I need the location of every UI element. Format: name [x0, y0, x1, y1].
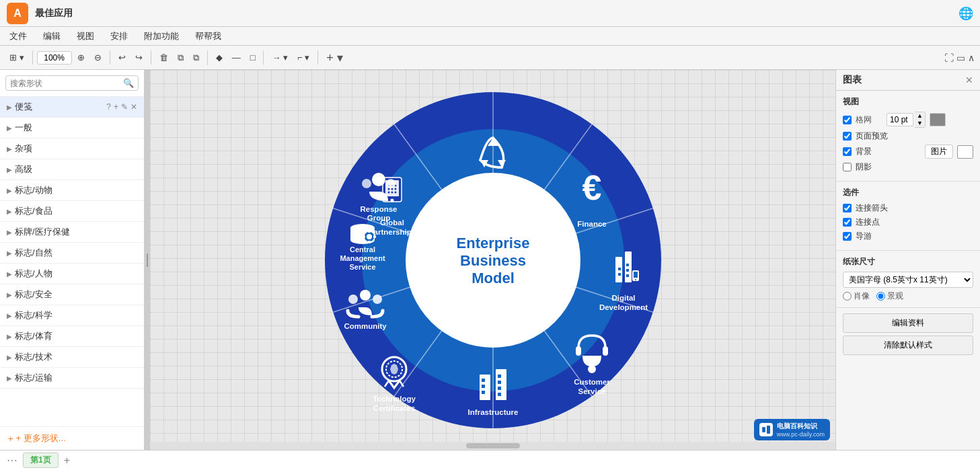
svg-point-23: [387, 188, 389, 190]
guide-checkbox[interactable]: [843, 232, 852, 241]
more-shapes-btn[interactable]: + + 更多形状...: [0, 426, 144, 450]
background-image-btn[interactable]: 图片: [925, 145, 953, 159]
panel-close-btn[interactable]: ✕: [965, 75, 973, 85]
svg-text:Awareness: Awareness: [472, 190, 513, 198]
zoom-in-btn[interactable]: ⊕: [73, 50, 89, 65]
sidebar-section-sign-person-header[interactable]: ▶ 标志/人物: [0, 264, 144, 284]
svg-text:Customer: Customer: [574, 378, 610, 386]
menu-extra[interactable]: 附加功能: [141, 29, 182, 44]
close-icon[interactable]: ✕: [130, 102, 137, 112]
shadow-row: 阴影: [843, 161, 973, 173]
connector-btn[interactable]: ⌐ ▾: [293, 50, 313, 65]
sidebar-section-sign-nature-header[interactable]: ▶ 标志/自然: [0, 243, 144, 263]
paste-btn[interactable]: ⧉: [189, 50, 203, 65]
globe-icon[interactable]: 🌐: [958, 6, 973, 21]
app-logo: A: [7, 3, 28, 24]
edit-icon[interactable]: ✎: [121, 102, 128, 112]
fill-btn[interactable]: ◆: [212, 50, 227, 65]
scrollbar-thumb[interactable]: [466, 443, 520, 448]
undo-btn[interactable]: ↩: [114, 50, 130, 65]
menu-arrange[interactable]: 安排: [108, 29, 130, 44]
grid-value-input[interactable]: [887, 113, 913, 126]
add-page-btn[interactable]: +: [64, 455, 70, 467]
sidebar-general-label: 一般: [15, 122, 137, 134]
view-toggle-group: ⊞ ▾: [5, 50, 33, 65]
sidebar-section-sign-animal: ▶ 标志/动物: [0, 180, 144, 201]
help-icon[interactable]: ?: [106, 102, 111, 112]
connect-arrows-checkbox[interactable]: [843, 204, 852, 212]
sidebar-section-sign-animal-header[interactable]: ▶ 标志/动物: [0, 180, 144, 200]
grid-spinner-btns: ▲ ▼: [915, 112, 926, 128]
landscape-option[interactable]: 景观: [876, 290, 903, 302]
background-color-box[interactable]: [957, 145, 973, 159]
sidebar-section-sticky: ▶ 便笺 ? + ✎ ✕: [0, 97, 144, 118]
canvas-scrollbar[interactable]: [150, 442, 835, 450]
sidebar-section-sign-transport-header[interactable]: ▶ 标志/运输: [0, 368, 144, 388]
page-options-btn[interactable]: ⋯: [7, 454, 17, 467]
guide-row: 导游: [843, 231, 973, 242]
sidebar-section-sign-tech-header[interactable]: ▶ 标志/技术: [0, 347, 144, 367]
box-btn[interactable]: □: [246, 50, 260, 65]
line-color-btn[interactable]: —: [228, 50, 245, 65]
delete-btn[interactable]: 🗑: [155, 50, 172, 65]
svg-rect-57: [498, 375, 501, 378]
portrait-option[interactable]: 肖像: [843, 290, 870, 302]
options-section-title: 选件: [843, 187, 973, 198]
sidebar-section-brand-medical-header[interactable]: ▶ 标牌/医疗保健: [0, 222, 144, 242]
sidebar-section-sign-security-header[interactable]: ▶ 标志/安全: [0, 284, 144, 305]
collapse-btn[interactable]: ∧: [968, 52, 975, 63]
svg-text:Enterprise: Enterprise: [456, 235, 529, 251]
redo-btn[interactable]: ↪: [131, 50, 147, 65]
canvas-area[interactable]: Enterprise Business Model: [150, 70, 835, 450]
shadow-checkbox[interactable]: [843, 163, 852, 171]
undo-group: ↩ ↪: [114, 50, 151, 65]
menu-file[interactable]: 文件: [7, 29, 30, 44]
sidebar-section-sign-food-header[interactable]: ▶ 标志/食品: [0, 201, 144, 221]
clear-style-btn[interactable]: 清除默认样式: [843, 336, 973, 355]
arrow-icon: ▶: [7, 208, 12, 215]
add-btn[interactable]: + ▾: [322, 49, 347, 67]
background-checkbox[interactable]: [843, 147, 852, 156]
svg-text:Business: Business: [460, 252, 526, 269]
svg-text:Technology: Technology: [373, 395, 416, 403]
paper-size-select[interactable]: 美国字母 (8.5英寸x 11英寸): [843, 272, 973, 288]
fullscreen-btn[interactable]: ⛶: [944, 52, 954, 63]
window-btn[interactable]: ▭: [956, 52, 965, 63]
sidebar-section-general-header[interactable]: ▶ 一般: [0, 118, 144, 138]
diagram-container[interactable]: Enterprise Business Model: [318, 85, 668, 435]
sidebar-section-advanced-header[interactable]: ▶ 高级: [0, 159, 144, 180]
background-row: 背景 图片: [843, 145, 973, 159]
portrait-radio[interactable]: [843, 292, 852, 301]
add-icon[interactable]: +: [114, 102, 118, 112]
arrow-btn[interactable]: → ▾: [268, 50, 292, 65]
view-toggle-btn[interactable]: ⊞ ▾: [5, 50, 28, 65]
sidebar-resize-handle[interactable]: [145, 70, 150, 450]
menu-view[interactable]: 视图: [74, 29, 97, 44]
copy-btn[interactable]: ⧉: [174, 50, 188, 65]
sidebar-advanced-label: 高级: [15, 163, 137, 175]
svg-rect-36: [625, 251, 632, 282]
search-input[interactable]: [10, 79, 123, 88]
view-section: 视图 格网 ▲ ▼ 页面预览 背景 图: [836, 91, 980, 182]
sidebar-section-sign-sports-header[interactable]: ▶ 标志/体育: [0, 326, 144, 346]
connect-points-checkbox[interactable]: [843, 218, 852, 227]
grid-color-box[interactable]: [930, 113, 946, 126]
sidebar-section-sticky-header[interactable]: ▶ 便笺 ? + ✎ ✕: [0, 97, 144, 117]
landscape-radio[interactable]: [876, 292, 885, 301]
page-tab-1[interactable]: 第1页: [23, 453, 59, 468]
grid-checkbox[interactable]: [843, 116, 852, 124]
grid-decrement-btn[interactable]: ▼: [915, 120, 925, 127]
svg-rect-55: [482, 385, 485, 388]
bottom-bar: ⋯ 第1页 +: [0, 450, 980, 470]
menu-edit[interactable]: 编辑: [40, 29, 63, 44]
page-preview-checkbox[interactable]: [843, 132, 852, 141]
menu-help[interactable]: 帮帮我: [192, 29, 224, 44]
arrow-icon: ▶: [7, 249, 12, 257]
svg-text:Environmental: Environmental: [466, 181, 520, 189]
arrow-icon: ▶: [7, 270, 12, 278]
sidebar-section-sign-science-header[interactable]: ▶ 标志/科学: [0, 305, 144, 325]
grid-increment-btn[interactable]: ▲: [915, 112, 925, 120]
edit-data-btn[interactable]: 编辑资料: [843, 313, 973, 333]
zoom-out-btn[interactable]: ⊖: [90, 50, 106, 65]
sidebar-section-misc-header[interactable]: ▶ 杂项: [0, 139, 144, 159]
